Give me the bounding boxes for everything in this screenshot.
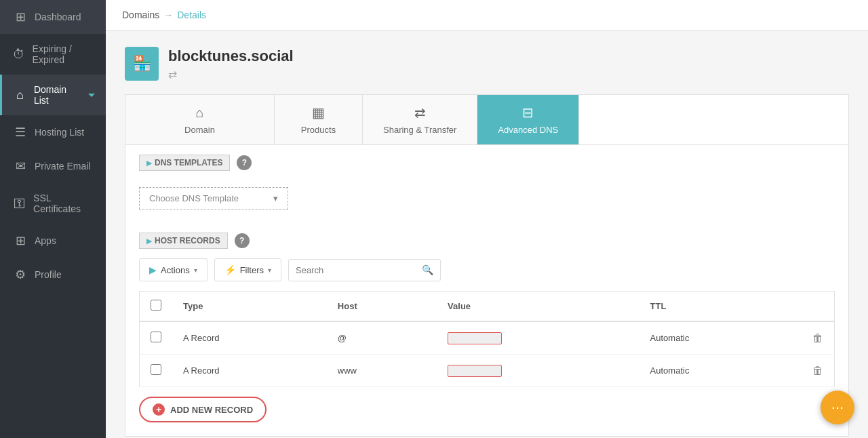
toolbar: ▶ Actions ▾ ⚡ Filters ▾ 🔍 bbox=[139, 258, 835, 281]
breadcrumb-domains[interactable]: Domains bbox=[122, 9, 159, 20]
domain-header: 🏪 blocktunes.social ⇄ bbox=[125, 47, 849, 81]
active-arrow bbox=[88, 94, 95, 97]
sidebar-item-apps[interactable]: ⊞ Apps bbox=[0, 224, 106, 258]
host-records-help[interactable]: ? bbox=[235, 233, 250, 248]
col-type: Type bbox=[172, 292, 327, 322]
domain-info: blocktunes.social ⇄ bbox=[168, 47, 294, 81]
tab-advanced-dns[interactable]: ⊟ Advanced DNS bbox=[477, 95, 579, 144]
col-actions bbox=[802, 292, 835, 322]
hosting-icon: ☰ bbox=[13, 125, 28, 140]
row2-value bbox=[437, 355, 639, 387]
host-records-chevron: ▶ bbox=[146, 237, 152, 245]
row1-host: @ bbox=[327, 321, 437, 355]
filters-chevron: ▾ bbox=[268, 266, 271, 274]
domain-name: blocktunes.social bbox=[168, 47, 294, 65]
row2-delete-button[interactable]: 🗑 bbox=[812, 365, 823, 377]
table-header-row: Type Host Value TTL bbox=[140, 292, 835, 322]
actions-chevron: ▾ bbox=[194, 266, 197, 274]
dashboard-icon: ⊞ bbox=[13, 9, 28, 24]
add-new-record-button[interactable]: + ADD NEW RECORD bbox=[139, 397, 267, 422]
products-tab-icon: ▦ bbox=[312, 104, 325, 121]
host-records-header: ▶ HOST RECORDS ? bbox=[139, 223, 835, 258]
row2-checkbox[interactable] bbox=[151, 364, 161, 375]
expiring-icon: ⏱ bbox=[13, 47, 26, 62]
sidebar-item-dashboard[interactable]: ⊞ Dashboard bbox=[0, 0, 106, 34]
row2-host: www bbox=[327, 355, 437, 387]
col-checkbox bbox=[140, 292, 173, 322]
tab-sharing-transfer[interactable]: ⇄ Sharing & Transfer bbox=[363, 95, 477, 144]
sidebar: ⊞ Dashboard ⏱ Expiring / Expired ⌂ Domai… bbox=[0, 0, 106, 438]
filters-icon: ⚡ bbox=[224, 264, 236, 275]
dropdown-chevron: ▾ bbox=[273, 193, 278, 203]
advanced-dns-tab-icon: ⊟ bbox=[522, 104, 534, 121]
row1-checkbox[interactable] bbox=[151, 332, 161, 342]
apps-icon: ⊞ bbox=[13, 233, 28, 248]
select-all-checkbox[interactable] bbox=[151, 300, 161, 311]
sidebar-item-profile[interactable]: ⚙ Profile bbox=[0, 258, 106, 292]
domain-transfer-icon: ⇄ bbox=[168, 68, 294, 81]
breadcrumb-arrow: → bbox=[163, 9, 173, 20]
profile-icon: ⚙ bbox=[13, 267, 28, 282]
chat-bubble[interactable]: ··· bbox=[821, 391, 854, 424]
row2-ttl: Automatic bbox=[639, 355, 802, 387]
table-row: A Record @ Automatic 🗑 bbox=[140, 321, 835, 355]
chevron-icon: ▶ bbox=[146, 159, 152, 167]
actions-icon: ▶ bbox=[149, 264, 157, 275]
sidebar-item-ssl[interactable]: ⚿ SSL Certificates bbox=[0, 183, 106, 224]
row2-checkbox-cell bbox=[140, 355, 173, 387]
records-table: Type Host Value TTL A Record @ bbox=[139, 291, 835, 387]
domain-avatar: 🏪 bbox=[125, 47, 159, 81]
breadcrumb: Domains → Details bbox=[106, 0, 868, 31]
row2-value-redacted bbox=[448, 365, 502, 377]
row1-value bbox=[437, 321, 639, 355]
dns-templates-help[interactable]: ? bbox=[237, 155, 252, 170]
search-input[interactable] bbox=[296, 260, 418, 281]
tab-domain[interactable]: ⌂ Domain bbox=[125, 95, 275, 144]
add-icon: + bbox=[153, 403, 165, 416]
search-input-wrap: 🔍 bbox=[288, 259, 441, 281]
dns-templates-label[interactable]: ▶ DNS TEMPLATES bbox=[139, 155, 230, 171]
content-area: 🏪 blocktunes.social ⇄ ⌂ Domain ▦ Product… bbox=[106, 31, 868, 438]
breadcrumb-current: Details bbox=[177, 9, 206, 20]
row1-checkbox-cell bbox=[140, 321, 173, 355]
filters-button[interactable]: ⚡ Filters ▾ bbox=[214, 258, 281, 281]
dns-templates-header: ▶ DNS TEMPLATES ? bbox=[139, 145, 835, 180]
avatar-icon: 🏪 bbox=[133, 55, 151, 73]
col-host: Host bbox=[327, 292, 437, 322]
sidebar-item-domain-list[interactable]: ⌂ Domain List bbox=[0, 75, 106, 115]
row1-value-redacted bbox=[448, 332, 502, 344]
table-row: A Record www Automatic 🗑 bbox=[140, 355, 835, 387]
sidebar-item-expiring[interactable]: ⏱ Expiring / Expired bbox=[0, 34, 106, 75]
dns-template-row: Choose DNS Template ▾ bbox=[139, 180, 835, 223]
col-value: Value bbox=[437, 292, 639, 322]
row2-type: A Record bbox=[172, 355, 327, 387]
host-records-label[interactable]: ▶ HOST RECORDS bbox=[139, 233, 228, 249]
row1-delete-button[interactable]: 🗑 bbox=[812, 332, 823, 344]
row1-ttl: Automatic bbox=[639, 321, 802, 355]
sharing-tab-icon: ⇄ bbox=[414, 104, 426, 121]
col-ttl: TTL bbox=[639, 292, 802, 322]
sidebar-item-private-email[interactable]: ✉ Private Email bbox=[0, 149, 106, 183]
domain-list-icon: ⌂ bbox=[13, 88, 27, 102]
row1-type: A Record bbox=[172, 321, 327, 355]
row2-delete-cell: 🗑 bbox=[802, 355, 835, 387]
email-icon: ✉ bbox=[13, 159, 28, 174]
main-content: Domains → Details 🏪 blocktunes.social ⇄ … bbox=[106, 0, 868, 438]
tab-products[interactable]: ▦ Products bbox=[275, 95, 363, 144]
sidebar-item-hosting-list[interactable]: ☰ Hosting List bbox=[0, 115, 106, 149]
domain-tab-icon: ⌂ bbox=[195, 105, 203, 121]
row1-delete-cell: 🗑 bbox=[802, 321, 835, 355]
content-panel: ▶ DNS TEMPLATES ? Choose DNS Template ▾ … bbox=[125, 144, 849, 437]
search-icon: 🔍 bbox=[422, 264, 433, 275]
tabs: ⌂ Domain ▦ Products ⇄ Sharing & Transfer… bbox=[125, 94, 849, 144]
ssl-icon: ⚿ bbox=[13, 197, 26, 211]
dns-template-dropdown[interactable]: Choose DNS Template ▾ bbox=[139, 187, 288, 210]
actions-button[interactable]: ▶ Actions ▾ bbox=[139, 258, 208, 281]
